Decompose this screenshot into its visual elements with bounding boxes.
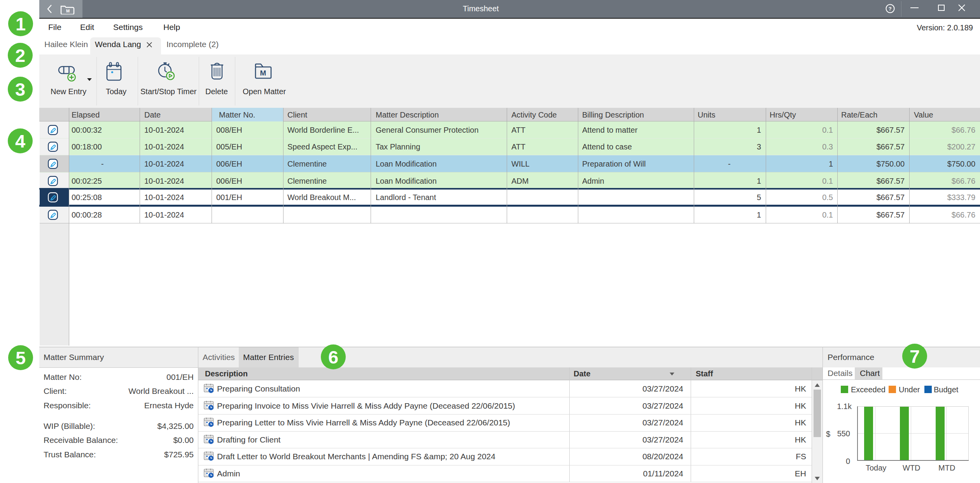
svg-text:M: M: [260, 69, 266, 77]
svg-text:M: M: [66, 9, 70, 13]
svg-text:?: ?: [889, 6, 892, 12]
